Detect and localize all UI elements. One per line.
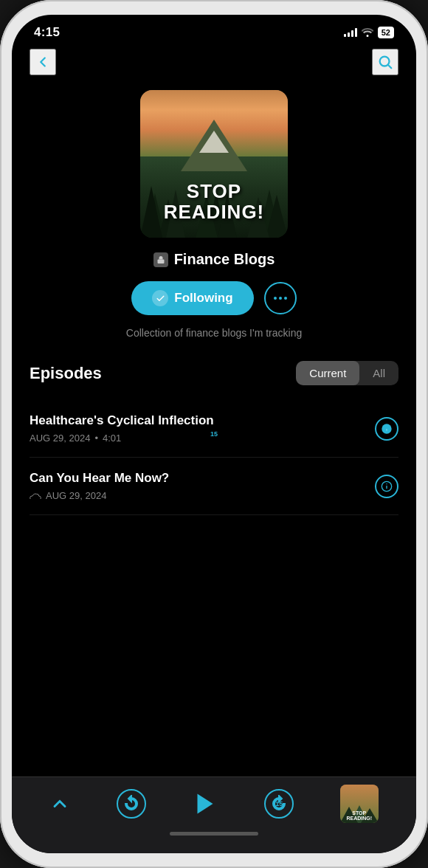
podcast-artwork: STOP READING! [140, 90, 288, 238]
more-options-button[interactable] [264, 282, 297, 314]
following-check-icon [152, 290, 168, 306]
lock-icon [153, 252, 168, 267]
podcast-category-name: Finance Blogs [174, 251, 275, 268]
episode-meta: AUG 29, 2024 • 4:01 [30, 433, 375, 444]
episode-date: AUG 29, 2024 [46, 490, 106, 501]
back-button[interactable] [30, 49, 56, 75]
main-scroll: STOP READING! Finance Blogs [12, 83, 416, 776]
player-controls: 15 15 [27, 785, 401, 823]
svg-marker-19 [197, 794, 213, 814]
filter-toggle: Current All [296, 361, 398, 385]
episodes-header: Episodes Current All [30, 361, 398, 385]
dot-icon [274, 297, 277, 300]
filter-current-button[interactable]: Current [296, 361, 359, 385]
following-button[interactable]: Following [131, 281, 253, 315]
following-label: Following [174, 291, 232, 306]
skip-back-label: 15 [210, 430, 218, 438]
episode-info-button[interactable] [375, 475, 398, 498]
nav-bar [12, 44, 416, 83]
wifi-icon [362, 27, 373, 39]
action-buttons: Following [131, 281, 296, 315]
collapse-player-button[interactable] [49, 793, 70, 814]
skip-forward-button[interactable]: 15 [264, 789, 294, 819]
player-artwork-title: STOP READING! [340, 810, 379, 822]
podcast-header: STOP READING! Finance Blogs [12, 83, 416, 354]
podcast-category: Finance Blogs [153, 251, 275, 268]
episode-item: Can You Hear Me Now? AUG 29, 2024 [30, 458, 398, 515]
skip-back-button[interactable]: 15 [117, 789, 146, 819]
filter-all-button[interactable]: All [359, 361, 398, 385]
battery-indicator: 52 [378, 27, 394, 38]
play-button[interactable] [192, 790, 218, 817]
status-icons: 52 [344, 27, 394, 39]
bottom-player: 15 15 [12, 776, 416, 853]
svg-rect-14 [157, 259, 164, 264]
signal-icon [344, 28, 357, 37]
episode-duration: 4:01 [103, 433, 121, 444]
episode-item: Healthcare's Cyclical Inflection AUG 29,… [30, 400, 398, 458]
episode-title: Healthcare's Cyclical Inflection [30, 413, 375, 428]
dot-icon [279, 297, 282, 300]
status-bar: 4:15 52 [12, 15, 416, 44]
skip-back-circle: 15 [117, 789, 146, 819]
episode-meta: AUG 29, 2024 [30, 490, 375, 501]
cloud-download-icon [30, 490, 41, 501]
episode-info: Can You Hear Me Now? AUG 29, 2024 [30, 471, 375, 501]
artwork-title: STOP READING! [140, 181, 288, 223]
podcast-description: Collection of finance blogs I'm tracking [126, 327, 302, 339]
episode-date: AUG 29, 2024 [30, 433, 90, 444]
dot-icon [284, 297, 287, 300]
search-button[interactable] [372, 49, 398, 75]
episodes-title: Episodes [30, 364, 102, 383]
skip-forward-label: 15 [275, 800, 283, 807]
episode-info-button[interactable] [375, 417, 398, 441]
svg-line-1 [388, 65, 391, 68]
episode-title: Can You Hear Me Now? [30, 471, 375, 486]
episodes-section: Episodes Current All Healthcare's Cyclic… [12, 354, 416, 523]
episode-separator: • [94, 433, 98, 444]
episode-info: Healthcare's Cyclical Inflection AUG 29,… [30, 413, 375, 444]
home-indicator [170, 832, 258, 836]
status-time: 4:15 [34, 25, 60, 40]
skip-forward-circle: 15 [264, 789, 294, 819]
player-artwork[interactable]: STOP READING! [340, 785, 379, 823]
